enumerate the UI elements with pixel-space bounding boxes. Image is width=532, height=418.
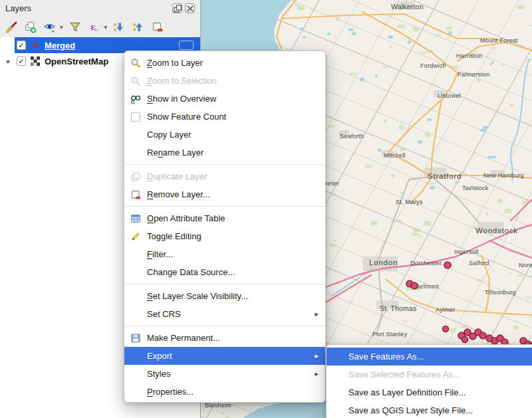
map-label-seaforth: Seaforth <box>340 133 364 140</box>
merged-feature-point <box>411 282 418 289</box>
layers-panel-header: Layers <box>0 0 200 17</box>
map-label-blenheim: Blenheim <box>205 402 231 409</box>
menu-item-label: Save Features As... <box>348 352 424 362</box>
expression-icon: ε <box>88 21 101 34</box>
menu-item-label: Rename Layer <box>147 148 203 157</box>
expander-icon[interactable]: ▾ <box>3 58 13 65</box>
menu-item-properties[interactable]: Properties... <box>124 383 325 401</box>
menu-item-filter[interactable]: Filter... <box>124 245 325 263</box>
map-label-salford: Salford <box>469 260 489 266</box>
merged-feature-point <box>444 262 451 268</box>
merged-feature-point <box>443 326 449 332</box>
menu-item-label: Make Permanent... <box>147 333 220 343</box>
float-panel-button[interactable] <box>172 3 182 13</box>
menu-item-save-as-layer-definition-file[interactable]: Save as Layer Definition File... <box>327 383 532 401</box>
layer-visibility-checkbox[interactable]: ✓ <box>17 56 26 66</box>
menu-item-duplicate-layer: Duplicate Layer <box>124 167 325 185</box>
merged-feature-point <box>462 337 468 343</box>
menu-item-label: Set CRS <box>147 309 181 319</box>
layer-name: OpenStreetMap <box>45 56 108 66</box>
menu-item-styles[interactable]: Styles▸ <box>124 365 325 383</box>
menu-item-label: Save Selected Features As... <box>348 369 460 379</box>
menu-item-label: Properties... <box>147 387 194 397</box>
map-label-norwich: Norwich <box>519 262 532 268</box>
current-layer-indicator <box>179 41 194 50</box>
menu-item-remove-layer[interactable]: Remove Layer... <box>124 185 325 203</box>
map-label-new-hamburg: New Hamburg <box>483 172 524 179</box>
menu-item-make-permanent[interactable]: Make Permanent... <box>124 329 325 347</box>
map-label-woodstock: Woodstock <box>475 227 518 235</box>
map-label-dorchester: Dorchester <box>410 260 442 266</box>
expand-all-button[interactable] <box>112 20 126 35</box>
dropdown-caret-icon[interactable]: ▾ <box>104 24 108 31</box>
menu-item-toggle-editing[interactable]: Toggle Editing <box>124 227 325 245</box>
map-label-aylmer: Aylmer <box>436 306 456 313</box>
menu-item-icon-empty <box>130 387 142 397</box>
map-label-belmont: Belmont <box>416 283 439 290</box>
checkbox-icon <box>130 112 142 122</box>
menu-item-zoom-to-layer[interactable]: Zoom to Layer <box>124 54 325 72</box>
layer-name: Merged <box>45 41 75 51</box>
funnel-icon <box>68 21 82 34</box>
filter-by-expression-button[interactable]: ε <box>87 20 102 35</box>
panel-window-buttons <box>172 3 195 13</box>
eye-icon <box>43 21 57 34</box>
map-label-port-stanley: Port Stanley <box>372 331 408 338</box>
remove-layer-icon <box>151 21 164 34</box>
submenu-arrow-icon: ▸ <box>315 369 319 378</box>
pencil-icon <box>130 231 142 242</box>
menu-item-label: Show Feature Count <box>147 112 226 122</box>
menu-item-save-as-qgis-layer-style-file[interactable]: Save as QGIS Layer Style File... <box>327 401 532 418</box>
menu-item-label: Change Data Source... <box>147 267 235 277</box>
float-icon <box>172 3 183 14</box>
menu-item-set-crs[interactable]: Set CRS▸ <box>124 305 325 323</box>
manage-map-themes-button[interactable] <box>43 20 57 35</box>
export-submenu: Save Features As...Save Selected Feature… <box>326 344 532 418</box>
menu-item-label: Duplicate Layer <box>147 171 207 181</box>
menu-item-show-in-overview[interactable]: Show in Overview <box>124 90 325 108</box>
menu-separator <box>125 284 325 284</box>
qgis-window: WalkertonMount ForestHarristonFordwichPa… <box>0 0 532 418</box>
menu-item-show-feature-count[interactable]: Show Feature Count <box>124 108 325 126</box>
menu-item-icon-empty <box>130 351 142 362</box>
panel-title: Layers <box>5 3 31 13</box>
map-label-st-thomas: St. Thomas <box>380 304 417 312</box>
menu-item-save-features-as[interactable]: Save Features As... <box>327 348 532 366</box>
layers-panel-toolbar: ▾ε▾ <box>0 17 200 37</box>
map-label-harriston: Harriston <box>456 52 482 59</box>
map-label-tavistock: Tavistock <box>462 185 489 191</box>
menu-item-export[interactable]: Export▸ <box>124 347 325 365</box>
menu-item-label: Toggle Editing <box>147 231 201 241</box>
remove-layer-button[interactable] <box>150 20 165 35</box>
add-group-button[interactable] <box>23 20 38 35</box>
close-panel-button[interactable] <box>185 3 195 13</box>
attribute-table-icon <box>130 213 142 224</box>
menu-item-set-layer-scale-visibility[interactable]: Set Layer Scale Visibility... <box>124 287 325 305</box>
map-label-palmerston: Palmerston <box>458 71 489 78</box>
menu-item-open-attribute-table[interactable]: Open Attribute Table <box>124 209 325 227</box>
menu-item-label: Filter... <box>147 249 173 259</box>
layer-visibility-checkbox[interactable]: ✓ <box>17 41 26 50</box>
menu-item-change-data-source[interactable]: Change Data Source... <box>124 263 325 281</box>
menu-item-icon-empty <box>130 309 142 320</box>
menu-item-icon-empty <box>130 148 142 158</box>
close-icon <box>185 3 196 14</box>
duplicate-layer-icon <box>130 171 142 182</box>
open-layer-styling-button[interactable] <box>4 20 19 35</box>
filter-legend-button[interactable] <box>68 20 82 35</box>
menu-item-icon-empty <box>130 267 142 278</box>
map-label-walkerton: Walkerton <box>391 3 424 11</box>
floppy-icon <box>130 333 142 344</box>
menu-item-icon-empty <box>130 291 142 302</box>
menu-item-zoom-to-selection: Zoom to Selection <box>124 72 325 90</box>
collapse-all-button[interactable] <box>131 20 146 35</box>
layer-context-menu: Zoom to LayerZoom to SelectionShow in Ov… <box>124 51 326 403</box>
menu-item-label: Set Layer Scale Visibility... <box>147 291 248 301</box>
map-label-mitchell: Mitchell <box>384 152 406 159</box>
map-label-stratford: Stratford <box>428 172 462 180</box>
expand-all-icon <box>112 21 126 34</box>
map-label-tillsonburg: Tillsonburg <box>485 289 516 296</box>
menu-item-rename-layer[interactable]: Rename Layer <box>124 144 325 161</box>
dropdown-caret-icon[interactable]: ▾ <box>60 24 63 31</box>
menu-item-copy-layer[interactable]: Copy Layer <box>124 126 325 144</box>
